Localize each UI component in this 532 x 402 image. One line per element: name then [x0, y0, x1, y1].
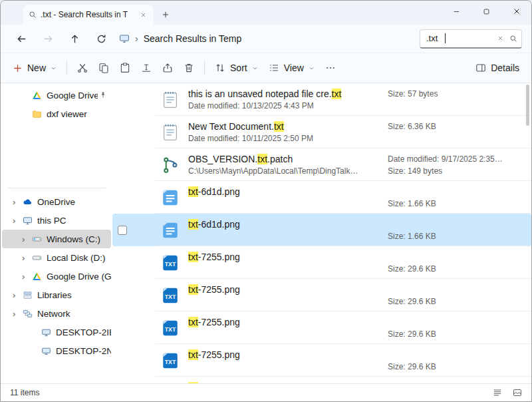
pin-icon — [99, 91, 107, 99]
search-match-highlight: txt — [274, 121, 284, 132]
vertical-scrollbar[interactable] — [525, 85, 530, 382]
sort-button-label: Sort — [230, 63, 247, 73]
expand-chevron-icon[interactable]: › — [22, 272, 32, 282]
close-button[interactable] — [501, 1, 531, 22]
expand-chevron-icon[interactable]: › — [22, 253, 32, 263]
file-name: this is an unsaved notepad file cre.txt — [188, 88, 388, 100]
file-detail-line2 — [388, 133, 531, 144]
sidebar-item-this-pc[interactable]: › this PC — [2, 211, 111, 230]
sidebar-item-network[interactable]: › Network — [2, 304, 111, 323]
row-checkbox[interactable] — [118, 226, 127, 235]
file-detail-line1 — [388, 186, 531, 198]
file-detail-line2: Size: 1.66 KB — [388, 231, 531, 242]
view-button[interactable]: View — [263, 57, 320, 79]
file-row[interactable]: TXT txt-7255.png — [112, 377, 531, 383]
file-details-column: Size: 29.6 KB — [388, 251, 531, 275]
copy-button[interactable] — [93, 57, 114, 79]
delete-button[interactable] — [178, 57, 200, 79]
file-name: New Text Document.txt — [188, 120, 388, 133]
file-row[interactable]: New Text Document.txt Date modified: 10/… — [112, 116, 531, 148]
file-subline — [188, 329, 388, 340]
new-tab-button[interactable] — [162, 11, 170, 19]
file-row[interactable]: txt-6d1d.png Size: 1.66 KB — [112, 214, 531, 246]
breadcrumb[interactable]: › Search Results in Temp — [119, 33, 420, 44]
list-view-button[interactable] — [493, 388, 502, 397]
scrollbar-thumb[interactable] — [526, 85, 529, 126]
search-icon — [29, 11, 37, 19]
file-subline: C:\Users\Mayn\AppData\Local\Temp\DingTal… — [188, 166, 388, 177]
tab-close-button[interactable] — [138, 10, 148, 20]
file-details-column: Size: 1.66 KB — [388, 186, 531, 210]
sidebar-item-onedrive[interactable]: › OneDrive — [2, 192, 111, 211]
sidebar-item-google-drive-pinned[interactable]: › Google Drive (G: — [2, 86, 111, 104]
network-icon — [23, 309, 33, 319]
expand-chevron-icon[interactable]: › — [13, 197, 23, 207]
search-match-highlight: txt — [257, 154, 267, 164]
breadcrumb-path[interactable]: Search Results in Temp — [144, 33, 242, 44]
sidebar-item-desktop-2ibj00n[interactable]: › DESKTOP-2IBJ00N — [2, 323, 111, 341]
sidebar-item-windows-c[interactable]: › Windows (C:) — [2, 230, 111, 248]
rename-button[interactable] — [136, 57, 157, 79]
maximize-button[interactable] — [471, 1, 501, 22]
search-submit-icon[interactable] — [509, 35, 517, 43]
more-button[interactable] — [320, 57, 341, 79]
plus-icon — [13, 63, 23, 73]
cut-button[interactable] — [72, 57, 93, 79]
txtpng-icon: TXT — [160, 383, 180, 384]
sort-button[interactable]: Sort — [209, 57, 263, 79]
file-row[interactable]: TXT txt-7255.png Size: 29.6 KB — [112, 279, 531, 311]
file-row[interactable]: this is an unsaved notepad file cre.txt … — [112, 83, 531, 116]
drive-icon — [32, 253, 42, 263]
file-details-column: Size: 29.6 KB — [388, 284, 531, 307]
file-details-column: Size: 1.66 KB — [388, 218, 531, 242]
items-count: 11 items — [10, 388, 39, 397]
sidebar-item-google-drive-g[interactable]: › Google Drive (G:) — [2, 267, 111, 286]
paste-button[interactable] — [114, 57, 136, 79]
file-name: OBS_VERSION.txt.patch — [188, 153, 388, 166]
details-button[interactable]: Details — [470, 57, 525, 79]
sidebar-item-label: dxf viewer — [47, 109, 111, 119]
refresh-button[interactable] — [90, 28, 112, 49]
sidebar-item-local-disk-d[interactable]: › Local Disk (D:) — [2, 248, 111, 267]
expand-chevron-icon[interactable]: › — [13, 216, 23, 226]
onedrive-icon — [23, 197, 33, 207]
file-name-pre: this is an unsaved notepad file cre. — [188, 89, 332, 99]
tab[interactable]: .txt - Search Results in T — [23, 5, 154, 25]
file-name-column: txt-7255.png — [188, 316, 388, 340]
file-detail-line1: Size: 57 bytes — [388, 88, 531, 100]
file-row[interactable]: TXT txt-7255.png Size: 29.6 KB — [112, 344, 531, 377]
file-row[interactable]: TXT txt-7255.png Size: 29.6 KB — [112, 246, 531, 279]
search-clear-button[interactable] — [495, 33, 505, 43]
sidebar-item-desktop-2nd3b9[interactable]: › DESKTOP-2ND3B9 — [2, 341, 111, 360]
search-box[interactable] — [420, 29, 522, 49]
file-name-post: -7255.png — [198, 349, 240, 360]
file-row[interactable]: OBS_VERSION.txt.patch C:\Users\Mayn\AppD… — [112, 148, 531, 181]
up-button[interactable] — [63, 28, 86, 49]
search-match-highlight: txt — [188, 219, 198, 230]
share-button[interactable] — [157, 57, 178, 79]
forward-button[interactable] — [37, 28, 59, 49]
sidebar-item-label: Google Drive (G:) — [47, 272, 111, 282]
toolbar: New Sort View Details — [1, 53, 531, 83]
file-details-column: Date modified: 9/17/2025 2:35… Size: 149… — [388, 153, 531, 177]
file-name-column: txt-6d1d.png — [188, 186, 388, 210]
sidebar-item-label: this PC — [37, 216, 111, 226]
expand-chevron-icon[interactable]: › — [13, 309, 23, 319]
back-button[interactable] — [10, 28, 33, 49]
expand-chevron-icon[interactable]: › — [22, 234, 32, 244]
sidebar-item-dxf-viewer[interactable]: › dxf viewer — [2, 104, 111, 123]
thumbnail-view-button[interactable] — [513, 388, 522, 397]
sidebar-item-libraries[interactable]: › Libraries — [2, 286, 111, 304]
file-row[interactable]: TXT txt-7255.png Size: 29.6 KB — [112, 311, 531, 344]
file-detail-line1: Date modified: 9/17/2025 2:35… — [388, 153, 531, 166]
more-icon — [325, 63, 336, 73]
file-row[interactable]: txt-6d1d.png Size: 1.66 KB — [112, 181, 531, 214]
expand-chevron-icon[interactable]: › — [13, 290, 23, 300]
sidebar-item-label: Network — [37, 309, 111, 319]
search-match-highlight: txt — [188, 317, 198, 327]
search-input[interactable] — [426, 33, 443, 43]
search-match-highlight: txt — [188, 186, 198, 197]
sidebar-item-label: OneDrive — [37, 197, 111, 207]
new-button[interactable]: New — [7, 57, 62, 79]
minimize-button[interactable] — [442, 1, 471, 22]
